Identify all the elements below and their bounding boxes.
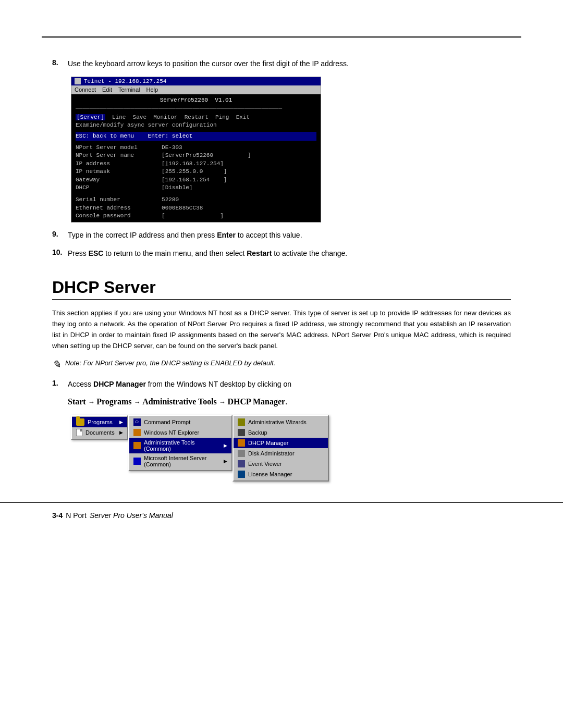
step-9: 9. Type in the correct IP address and th… [52,230,511,241]
server-highlight: [Server] [76,114,105,120]
section-heading: DHCP Server [52,278,511,300]
step-1: 1. Access DHCP Manager from the Windows … [52,379,511,390]
explorer-icon [133,429,141,436]
step-8-number: 8. [52,58,68,69]
event-viewer-icon [238,460,245,467]
submenu-cmd[interactable]: C: Command Prompt [129,417,231,427]
admin-wizards-label: Administrative Wizards [248,419,307,425]
menu-terminal[interactable]: Terminal [118,87,140,93]
submenu-admin-tools[interactable]: Administrative Tools (Common) ▶ [129,438,231,453]
path-period: . [285,397,287,406]
path-dhcp: DHCP Manager [227,397,285,406]
disk-admin-label: Disk Administrator [248,450,295,456]
step-10-esc: ESC [89,249,104,257]
step-8-text: Use the keyboard arrow keys to position … [68,58,511,69]
programs-submenu: C: Command Prompt Windows NT Explorer Ad… [128,415,232,471]
nav-path: Start → Programs → Administrative Tools … [68,397,511,406]
path-arrow1: → [88,398,97,406]
terminal-body: ServerPro52260 V1.01 ───────────────────… [71,94,321,222]
menu-connect[interactable]: Connect [75,87,96,93]
submenu-iis[interactable]: Microsoft Internet Server (Common) ▶ [129,453,231,469]
terminal-title: Telnet - 192.168.127.254 [84,78,166,84]
step-9-bold: Enter [217,231,236,239]
footer-number: 3-4 [52,511,63,520]
path-arrow3: → [219,398,228,406]
terminal-icon [75,78,81,84]
step-10: 10. Press ESC to return to the main menu… [52,248,511,259]
footer-italic: Server Pro User's Manual [90,511,173,520]
step-1-text: Access DHCP Manager from the Windows NT … [68,379,511,390]
step-9-number: 9. [52,230,68,241]
field-name: NPort Server name [ServerPro52260 ] [76,152,316,159]
terminal-divider: ────────────────────────────────────────… [76,105,316,113]
documents-label: Documents [85,429,115,436]
path-admin: Administrative Tools [142,397,217,406]
field-model: NPort Server model DE-303 [76,144,316,152]
field-ethernet: Ethernet address 0000E885CC38 [76,204,316,212]
note-line: ✎ Note: For NPort Server pro, the DHCP s… [52,359,511,371]
terminal-titlebar: Telnet - 192.168.127.254 [71,77,321,85]
top-rule [42,36,521,38]
cmd-label: Command Prompt [144,419,190,425]
terminal-fields: NPort Server model DE-303 NPort Server n… [76,144,316,192]
terminal-menu-row: [Server] Line Save Monitor Restart Ping … [76,114,316,121]
footer-prefix: N Port [66,511,87,520]
backup-icon [238,429,245,436]
backup-label: Backup [248,429,267,436]
admin-tools-icon [133,442,141,449]
submenu-explorer[interactable]: Windows NT Explorer [129,427,231,438]
disk-admin-icon [238,450,245,457]
path-start: Start [68,397,86,406]
field-serial: Serial number 52280 [76,196,316,204]
start-menu-programs[interactable]: Programs ▶ [72,417,127,427]
documents-icon [76,429,82,436]
field-dhcp: DHCP [Disable] [76,184,316,192]
step-8: 8. Use the keyboard arrow keys to positi… [52,58,511,69]
disk-admin-item[interactable]: Disk Administrator [234,448,328,459]
documents-arrow: ▶ [119,430,123,435]
iis-icon [133,458,141,465]
step-1-bold: DHCP Manager [93,380,146,388]
field-console: Console password [ ] [76,212,316,220]
license-manager-item[interactable]: License Manager [234,469,328,479]
license-manager-label: License Manager [248,471,292,477]
terminal-submenu: Examine/modify async server configuratio… [76,121,316,129]
body-paragraph: This section applies if you are using yo… [52,308,511,351]
note-icon: ✎ [52,358,61,371]
start-menu: Programs ▶ Documents ▶ [71,415,128,440]
terminal-screenshot: Telnet - 192.168.127.254 Connect Edit Te… [71,77,321,223]
step-10-restart: Restart [247,249,272,257]
dhcp-manager-label: DHCP Manager [248,440,288,446]
step-10-text: Press ESC to return to the main menu, an… [68,248,511,259]
cmd-icon: C: [133,418,141,426]
programs-icon [76,418,84,426]
note-text: Note: For NPort Server pro, the DHCP set… [65,359,275,367]
explorer-label: Windows NT Explorer [144,429,199,436]
main-content: 8. Use the keyboard arrow keys to positi… [0,58,563,482]
backup-item[interactable]: Backup [234,427,328,438]
admin-tools-submenu: Administrative Wizards Backup DHCP Manag… [232,415,329,482]
admin-wizards[interactable]: Administrative Wizards [234,417,328,427]
programs-label: Programs [88,419,113,425]
admin-tools-arrow: ▶ [224,443,227,448]
admin-tools-label: Administrative Tools (Common) [144,439,221,452]
step-9-text: Type in the correct IP address and then … [68,230,511,241]
page-footer: 3-4 N Port Server Pro User's Manual [0,502,563,520]
start-menu-documents[interactable]: Documents ▶ [72,427,127,438]
menu-help[interactable]: Help [146,87,158,93]
field-gateway: Gateway [192.168.1.254 ] [76,176,316,184]
terminal-header: ServerPro52260 V1.01 [76,96,316,104]
menu-screenshot: Programs ▶ Documents ▶ C: Command Prompt… [71,415,511,482]
step-1-number: 1. [52,379,68,390]
menu-edit[interactable]: Edit [102,87,112,93]
dhcp-manager-item[interactable]: DHCP Manager [234,438,328,448]
path-programs: Programs [96,397,131,406]
path-arrow2: → [134,398,143,406]
event-viewer-item[interactable]: Event Viewer [234,459,328,469]
field-netmask: IP netmask [255.255.0.0 ] [76,168,316,176]
terminal-fields2: Serial number 52280 Ethernet address 000… [76,196,316,220]
programs-arrow: ▶ [119,419,123,425]
step-10-number: 10. [52,248,68,259]
terminal-menubar: Connect Edit Terminal Help [71,85,321,94]
iis-label: Microsoft Internet Server (Common) [144,455,221,467]
